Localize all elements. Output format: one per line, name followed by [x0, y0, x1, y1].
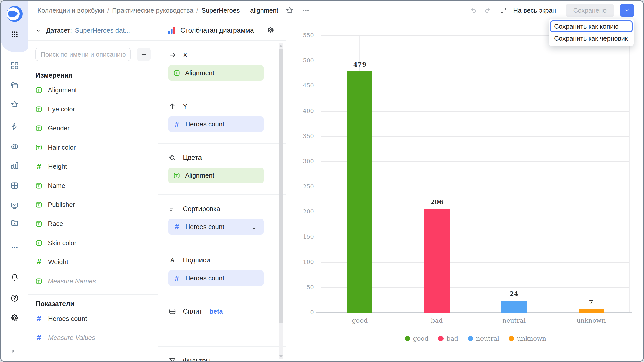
field-search-input[interactable]	[35, 48, 131, 61]
add-field-button[interactable]	[137, 48, 151, 61]
breadcrumb-item[interactable]: Коллекции и воркбуки	[37, 7, 104, 14]
save-menu-item[interactable]: Сохранить как черновик	[550, 32, 633, 44]
field-item[interactable]: Hair color	[35, 138, 151, 157]
scrollbar-thumb[interactable]	[279, 49, 283, 323]
chart-settings-gear-icon[interactable]	[267, 26, 275, 34]
breadcrumb-item[interactable]: Практические руководства	[112, 7, 193, 14]
chevron-down-icon[interactable]	[35, 27, 42, 34]
x-axis-category-label: neutral	[489, 317, 539, 324]
legend-item-bad[interactable]: bad	[438, 335, 458, 342]
field-item[interactable]: #Measure Values	[35, 328, 151, 347]
field-label: Skin color	[48, 239, 76, 247]
field-item[interactable]: #Height	[35, 157, 151, 176]
monitoring-icon[interactable]	[10, 201, 19, 210]
quick-actions-icon[interactable]	[10, 122, 19, 131]
field-item[interactable]: Measure Names	[35, 272, 151, 291]
breadcrumb: Коллекции и воркбуки/Практические руково…	[37, 7, 278, 14]
connections-icon[interactable]	[10, 142, 19, 151]
legend-label: bad	[447, 335, 458, 342]
field-item[interactable]: Skin color	[35, 233, 151, 252]
field-pill[interactable]: #Heroes count	[168, 270, 264, 286]
config-section-фильтры: Фильтры	[158, 347, 286, 361]
charts-icon[interactable]	[10, 161, 19, 170]
field-item[interactable]: Race	[35, 214, 151, 233]
more-icon[interactable]	[10, 243, 19, 252]
field-item[interactable]: #Weight	[35, 252, 151, 272]
config-section-подписи: AПодписи#Heroes count	[158, 246, 286, 297]
pill-label: Alignment	[185, 172, 214, 179]
field-item[interactable]: Publisher	[35, 195, 151, 214]
fullscreen-icon[interactable]	[500, 7, 507, 14]
svg-text:A: A	[170, 257, 174, 263]
saved-button[interactable]: Сохранено	[566, 4, 614, 17]
help-icon[interactable]	[10, 294, 19, 303]
notifications-icon[interactable]	[10, 273, 19, 282]
config-section-label: Цвета	[183, 154, 202, 162]
field-pill[interactable]: #Heroes count	[168, 219, 264, 235]
field-pill[interactable]: #Heroes count	[168, 116, 264, 132]
legend-label: unknown	[517, 335, 546, 342]
more-actions-icon[interactable]	[302, 6, 310, 15]
legend-label: good	[413, 335, 429, 342]
scrollbar-down-arrow[interactable]	[279, 355, 283, 358]
field-label: Alignment	[48, 86, 77, 94]
bar-neutral[interactable]	[501, 301, 527, 313]
bar-bad[interactable]	[424, 209, 450, 313]
field-pill[interactable]: Alignment	[168, 65, 264, 81]
favorites-icon[interactable]	[10, 100, 19, 109]
dataset-header[interactable]: Датасет: SuperHeroes dat...	[28, 20, 158, 41]
bar-unknown[interactable]	[579, 309, 604, 313]
text-field-icon	[173, 172, 180, 179]
sort-direction-icon[interactable]	[252, 223, 259, 230]
datalens-logo-icon[interactable]	[7, 6, 23, 22]
bar-value-label: 7	[571, 299, 611, 306]
apps-grid-icon[interactable]	[10, 30, 19, 39]
bar-chart-type-icon[interactable]	[167, 26, 176, 35]
config-scrollbar[interactable]	[279, 43, 283, 359]
y-axis-tick-label: 0	[288, 309, 314, 315]
chart-type-title[interactable]: Столбчатая диаграмма	[180, 27, 254, 34]
undo-icon[interactable]	[470, 7, 477, 14]
number-field-icon: #	[35, 258, 43, 266]
breadcrumb-item[interactable]: SuperHeroes — alignment	[201, 7, 278, 14]
expand-sidebar-icon[interactable]	[10, 348, 16, 354]
y-axis-tick-label: 350	[288, 133, 314, 139]
redo-icon[interactable]	[484, 7, 491, 14]
collections-icon[interactable]	[10, 81, 19, 90]
field-item[interactable]: Name	[35, 176, 151, 195]
split-icon	[168, 307, 176, 315]
legend-item-good[interactable]: good	[405, 335, 429, 342]
save-menu-chevron-button[interactable]	[620, 4, 634, 17]
top-bar: Коллекции и воркбуки/Практические руково…	[28, 1, 643, 20]
text-field-icon	[35, 125, 42, 132]
x-axis-category-label: unknown	[566, 317, 616, 324]
scrollbar-up-arrow[interactable]	[279, 44, 283, 47]
number-field-icon: #	[35, 162, 43, 171]
legend-item-unknown[interactable]: unknown	[509, 335, 546, 342]
paint-bucket-icon	[168, 154, 176, 162]
settings-icon[interactable]	[10, 313, 19, 323]
field-label: Height	[48, 163, 67, 170]
legend-item-neutral[interactable]: neutral	[468, 335, 499, 342]
save-menu-item[interactable]: Сохранить как копию	[550, 20, 633, 32]
field-item[interactable]: Gender	[35, 119, 151, 138]
fullscreen-label[interactable]: На весь экран	[513, 7, 556, 14]
field-pill[interactable]: Alignment	[168, 168, 264, 183]
field-item[interactable]: Eye color	[35, 100, 151, 119]
tables-icon[interactable]	[10, 181, 19, 190]
app-window: Коллекции и воркбуки/Практические руково…	[0, 0, 644, 362]
y-axis-tick-label: 200	[288, 208, 314, 215]
text-field-icon	[35, 144, 42, 151]
legend-marker-icon	[405, 336, 410, 341]
letter-a-icon: A	[168, 256, 176, 264]
dashboards-icon[interactable]	[10, 61, 19, 70]
favorite-star-icon[interactable]	[285, 6, 294, 15]
bar-good[interactable]	[347, 71, 372, 313]
number-field-icon: #	[173, 120, 180, 128]
save-dropdown-menu: Сохранить как копиюСохранить как чернови…	[549, 19, 634, 46]
field-item[interactable]: #Heroes count	[35, 309, 151, 328]
field-item[interactable]: Alignment	[35, 80, 151, 100]
dataset-name-link[interactable]: SuperHeroes dat...	[75, 27, 130, 34]
section-divider	[28, 294, 158, 295]
storage-icon[interactable]	[10, 219, 19, 228]
